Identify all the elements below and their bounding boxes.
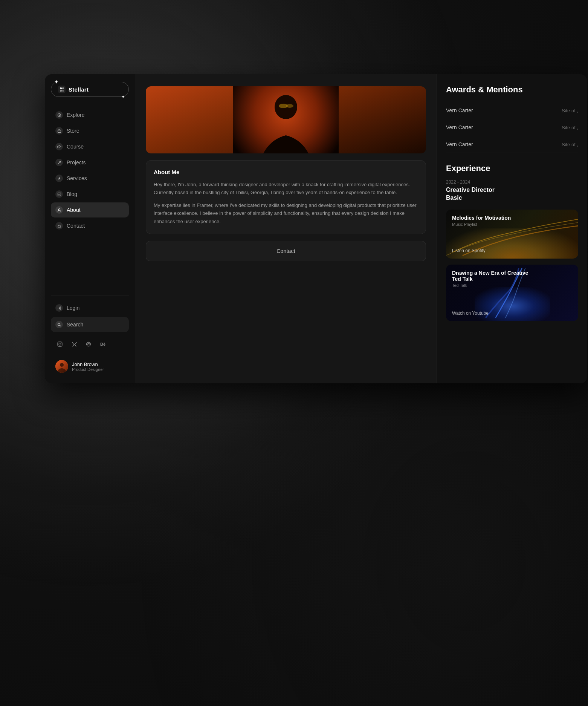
avatar [55, 360, 68, 373]
svg-rect-3 [62, 90, 64, 92]
sidebar-item-label: Contact [67, 223, 85, 229]
user-info: John Brown Product Designer [72, 361, 104, 372]
right-panel: Awards & Mentions Vern Carter Site of , … [437, 74, 587, 383]
playlist-card: Melodies for Motivation Music Playlist L… [446, 210, 578, 259]
award-row-1: Vern Carter Site of , [446, 102, 578, 119]
svg-point-19 [286, 104, 293, 108]
sidebar: ✦ Stellart ✦ Explore [45, 74, 135, 383]
sidebar-item-explore[interactable]: Explore [51, 107, 129, 123]
award-name: Vern Carter [446, 124, 473, 130]
sidebar-item-services[interactable]: Services [51, 171, 129, 186]
projects-icon [55, 159, 63, 166]
svg-rect-10 [58, 342, 62, 346]
sidebar-item-label: Blog [67, 191, 77, 197]
award-site: Site of , [562, 142, 578, 147]
sidebar-item-label: Explore [67, 112, 84, 118]
sidebar-item-label: Projects [67, 159, 86, 165]
experience-years: 2022 - 2024 [446, 179, 578, 185]
login-icon [55, 304, 63, 312]
profile-photo [146, 86, 426, 153]
sidebar-item-label: Services [67, 175, 87, 181]
svg-rect-0 [60, 87, 62, 89]
listen-spotify-button[interactable]: Listen on Spotify [452, 248, 486, 253]
award-site: Site of , [562, 125, 578, 130]
sidebar-item-contact[interactable]: Contact [51, 218, 129, 233]
svg-point-8 [58, 208, 60, 210]
logo-label: Stellart [69, 86, 89, 93]
sidebar-item-label: About [67, 207, 81, 213]
instagram-icon[interactable] [55, 340, 64, 349]
services-icon [55, 175, 63, 182]
explore-icon [55, 111, 63, 119]
about-text: Hey there, I'm John, a forward-thinking … [154, 181, 418, 225]
dribbble-icon[interactable] [84, 340, 93, 349]
experience-title: Experience [446, 164, 578, 173]
about-card: About Me Hey there, I'm John, a forward-… [146, 160, 426, 234]
svg-rect-7 [58, 193, 61, 196]
svg-rect-1 [62, 87, 64, 89]
main-content: About Me Hey there, I'm John, a forward-… [135, 74, 437, 383]
award-site: Site of , [562, 108, 578, 113]
search-button[interactable]: Search [51, 317, 129, 332]
sidebar-item-projects[interactable]: Projects [51, 155, 129, 170]
tedtalk-subtitle: Ted Talk [452, 283, 535, 288]
sidebar-item-store[interactable]: Store [51, 123, 129, 138]
sidebar-item-blog[interactable]: Blog [51, 187, 129, 202]
sidebar-item-course[interactable]: Course [51, 139, 129, 154]
sidebar-bottom: Login Search Bē [51, 296, 129, 376]
search-label: Search [67, 322, 83, 328]
experience-section: Experience 2022 - 2024 Creative Director… [446, 164, 578, 210]
svg-rect-6 [58, 130, 61, 132]
user-role: Product Designer [72, 367, 104, 372]
svg-rect-2 [60, 90, 62, 92]
tedtalk-info: Drawing a New Era of Creative Ted Talk T… [452, 270, 535, 288]
user-name: John Brown [72, 361, 104, 367]
twitter-x-icon[interactable] [70, 340, 79, 349]
about-title: About Me [154, 169, 418, 175]
main-nav: Explore Store Course Projects [51, 107, 129, 296]
watch-youtube-button[interactable]: Watch on Youtube [452, 311, 489, 316]
logo-icon [58, 86, 66, 93]
login-label: Login [67, 305, 79, 311]
star-decoration-br: ✦ [121, 95, 125, 100]
search-icon [55, 321, 63, 328]
contact-button[interactable]: Contact [146, 241, 426, 261]
user-row: John Brown Product Designer [51, 357, 129, 376]
award-row-2: Vern Carter Site of , [446, 119, 578, 136]
contact-icon [55, 222, 63, 230]
sidebar-item-label: Store [67, 128, 79, 134]
awards-title: Awards & Mentions [446, 85, 578, 95]
sidebar-item-label: Course [67, 144, 84, 150]
svg-point-15 [60, 363, 64, 367]
about-paragraph-1: Hey there, I'm John, a forward-thinking … [154, 181, 418, 197]
login-button[interactable]: Login [51, 300, 129, 315]
star-decoration-tl: ✦ [54, 79, 58, 85]
svg-point-5 [59, 115, 60, 116]
playlist-title: Melodies for Motivation [452, 215, 511, 221]
social-row: Bē [51, 337, 129, 352]
experience-role: Creative Director Basic [446, 186, 578, 202]
blog-icon [55, 190, 63, 198]
course-icon [55, 143, 63, 150]
playlist-subtitle: Music Playlist [452, 222, 511, 227]
about-icon [55, 206, 63, 214]
svg-point-11 [59, 343, 61, 345]
award-name: Vern Carter [446, 141, 473, 147]
tedtalk-card: Drawing a New Era of Creative Ted Talk T… [446, 265, 578, 321]
award-name: Vern Carter [446, 107, 473, 113]
award-row-3: Vern Carter Site of , [446, 136, 578, 153]
svg-point-12 [61, 343, 62, 343]
store-icon [55, 127, 63, 135]
tedtalk-title: Drawing a New Era of Creative Ted Talk [452, 270, 535, 282]
playlist-info: Melodies for Motivation Music Playlist [452, 215, 511, 227]
about-paragraph-2: My expertise lies in Framer, where I've … [154, 201, 418, 225]
sidebar-item-about[interactable]: About [51, 202, 129, 217]
behance-icon[interactable]: Bē [98, 340, 107, 349]
logo-button[interactable]: ✦ Stellart ✦ [51, 82, 129, 97]
